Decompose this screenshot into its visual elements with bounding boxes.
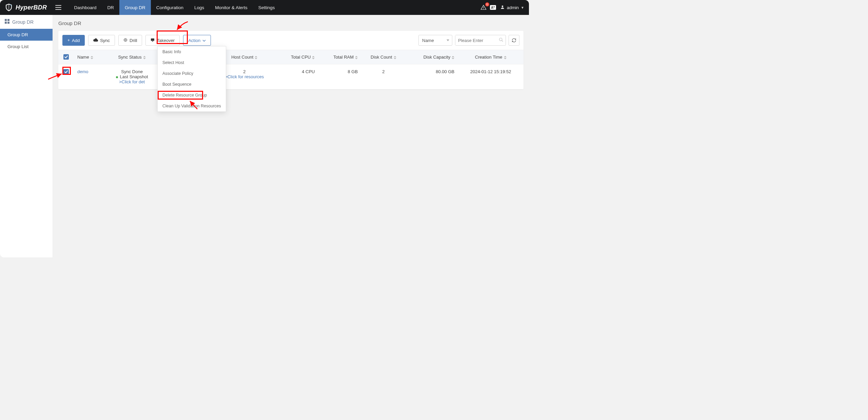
action-menu-clean-up-validation-resources[interactable]: Clean Up Validation Resources <box>158 101 226 111</box>
action-menu-associate-policy[interactable]: Associate Policy <box>158 68 226 79</box>
svg-point-0 <box>10 4 11 5</box>
select-all-checkbox[interactable] <box>63 54 69 60</box>
caret-down-icon: ▼ <box>521 6 524 9</box>
grid-icon <box>5 19 9 25</box>
action-dropdown: Basic Info Select Host Associate Policy … <box>157 46 226 112</box>
total-ram-cell: 8 GB <box>348 69 358 74</box>
col-name[interactable]: Name <box>74 50 105 64</box>
main-card: + Add Sync Drill <box>58 31 524 89</box>
plus-icon: + <box>67 38 70 43</box>
action-menu-delete-resource-group[interactable]: Delete Resource Group <box>158 90 226 101</box>
add-button[interactable]: + Add <box>62 35 85 46</box>
col-disk-count[interactable]: Disk Count <box>361 50 406 64</box>
svg-point-3 <box>483 8 484 9</box>
chevron-down-icon <box>202 38 206 43</box>
col-total-ram[interactable]: Total RAM <box>318 50 361 64</box>
row-checkbox[interactable] <box>63 69 69 75</box>
top-nav: HyperBDR Dashboard DR Group DR Configura… <box>0 0 529 15</box>
svg-point-4 <box>501 5 503 7</box>
add-button-label: Add <box>72 38 80 43</box>
sidebar: Group DR Group DR Group List <box>0 15 53 257</box>
col-disk-capacity[interactable]: Disk Capacity <box>406 50 458 64</box>
page-wrapper: HyperBDR Dashboard DR Group DR Configura… <box>0 0 529 257</box>
nav-item-group-dr[interactable]: Group DR <box>119 0 151 15</box>
menu-toggle-button[interactable] <box>52 0 65 15</box>
action-menu-basic-info[interactable]: Basic Info <box>158 46 226 57</box>
action-menu-boot-sequence[interactable]: Boot Sequence <box>158 79 226 90</box>
search-icon[interactable] <box>499 38 504 43</box>
target-icon <box>123 38 127 43</box>
svg-rect-7 <box>5 22 7 24</box>
total-cpu-cell: 4 CPU <box>302 69 315 74</box>
creation-time-cell: 2024-01-12 15:19:52 <box>470 69 511 74</box>
sync-button[interactable]: Sync <box>88 35 115 46</box>
svg-point-10 <box>125 39 126 41</box>
sidebar-item-group-dr[interactable]: Group DR <box>0 29 53 41</box>
table-header-row: Name Sync Status Boot Status Host Count … <box>58 50 524 64</box>
svg-point-9 <box>124 38 127 41</box>
sidebar-title: Group DR <box>0 15 53 29</box>
nav-item-logs[interactable]: Logs <box>189 0 210 15</box>
status-dot-icon <box>116 76 118 78</box>
monitor-icon <box>151 38 155 43</box>
sync-details-link[interactable]: >Click for det <box>119 79 145 84</box>
filter-input[interactable] <box>455 35 496 45</box>
filter-field-select[interactable]: Name <box>418 35 452 46</box>
nav-item-settings[interactable]: Settings <box>253 0 280 15</box>
user-menu[interactable]: admin ▼ <box>498 5 524 10</box>
alert-badge: 0 <box>485 2 489 6</box>
filter-input-wrapper <box>455 35 506 46</box>
svg-rect-6 <box>7 19 9 21</box>
page-title: Group DR <box>58 20 524 26</box>
svg-point-1 <box>11 5 12 6</box>
host-resources-link[interactable]: >Click for resources <box>225 74 264 79</box>
row-name-link[interactable]: demo <box>77 69 88 74</box>
action-button[interactable]: Action <box>183 35 211 46</box>
col-total-cpu[interactable]: Total CPU <box>276 50 318 64</box>
svg-point-12 <box>499 38 502 41</box>
disk-capacity-cell: 80.00 GB <box>436 69 454 74</box>
user-icon <box>500 5 505 10</box>
disk-count-cell: 2 <box>382 69 384 74</box>
topnav-right: 0 A* admin ▼ <box>479 3 529 12</box>
toolbar: + Add Sync Drill <box>58 31 524 50</box>
language-switcher[interactable]: A* <box>490 5 496 10</box>
svg-line-13 <box>502 40 503 42</box>
svg-rect-8 <box>7 22 9 24</box>
action-menu-select-host[interactable]: Select Host <box>158 57 226 68</box>
drill-button[interactable]: Drill <box>118 35 142 46</box>
col-creation-time[interactable]: Creation Time <box>458 50 524 64</box>
table-row: demo Sync Done Last Snapshot >Click for … <box>58 64 524 89</box>
alerts-button[interactable]: 0 <box>479 3 488 12</box>
content: Group DR + Add Sync <box>53 15 529 257</box>
nav-item-dashboard[interactable]: Dashboard <box>68 0 102 15</box>
brand: HyperBDR <box>0 3 52 12</box>
nav-items: Dashboard DR Group DR Configuration Logs… <box>68 0 280 15</box>
svg-rect-5 <box>5 19 7 21</box>
takeover-button[interactable]: Takeover <box>145 35 180 46</box>
svg-rect-11 <box>151 38 154 41</box>
cloud-icon <box>93 38 98 43</box>
nav-item-dr[interactable]: DR <box>102 0 119 15</box>
sidebar-item-group-list[interactable]: Group List <box>0 41 53 52</box>
col-sync-status[interactable]: Sync Status <box>105 50 159 64</box>
data-table: Name Sync Status Boot Status Host Count … <box>58 50 524 89</box>
brand-text: HyperBDR <box>16 4 47 11</box>
brand-shield-icon <box>5 3 13 12</box>
nav-item-monitor-alerts[interactable]: Monitor & Alerts <box>210 0 253 15</box>
sync-status-cell: Sync Done Last Snapshot >Click for det <box>108 69 156 84</box>
refresh-button[interactable] <box>509 35 519 46</box>
nav-item-configuration[interactable]: Configuration <box>151 0 189 15</box>
user-label: admin <box>507 5 519 10</box>
